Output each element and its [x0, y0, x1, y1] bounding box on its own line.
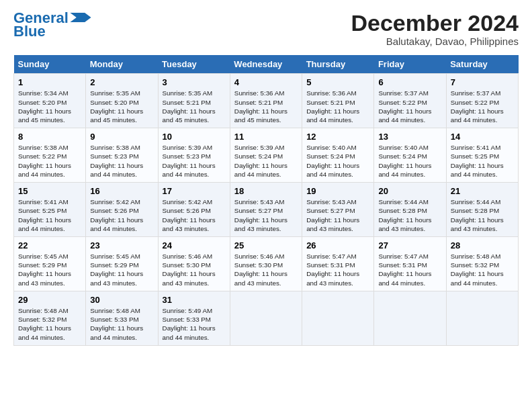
day-info: Sunrise: 5:44 AM Sunset: 5:28 PM Dayligh…	[378, 197, 441, 233]
calendar-cell	[230, 291, 302, 345]
calendar-cell: 12Sunrise: 5:40 AM Sunset: 5:24 PM Dayli…	[302, 128, 374, 183]
calendar-cell: 17Sunrise: 5:42 AM Sunset: 5:26 PM Dayli…	[158, 183, 230, 237]
calendar-cell: 4Sunrise: 5:36 AM Sunset: 5:21 PM Daylig…	[230, 74, 302, 128]
calendar-cell: 26Sunrise: 5:47 AM Sunset: 5:31 PM Dayli…	[302, 237, 374, 291]
day-info: Sunrise: 5:36 AM Sunset: 5:21 PM Dayligh…	[234, 89, 298, 124]
day-number: 10	[163, 132, 226, 142]
header-thursday: Thursday	[302, 55, 374, 74]
day-info: Sunrise: 5:46 AM Sunset: 5:30 PM Dayligh…	[163, 252, 226, 287]
day-info: Sunrise: 5:48 AM Sunset: 5:33 PM Dayligh…	[90, 306, 153, 342]
header: General Blue December 2024 Balutakay, Da…	[13, 11, 519, 47]
calendar-cell: 19Sunrise: 5:43 AM Sunset: 5:27 PM Dayli…	[302, 183, 374, 237]
calendar-cell: 6Sunrise: 5:37 AM Sunset: 5:22 PM Daylig…	[374, 74, 446, 128]
day-number: 8	[18, 132, 81, 142]
day-number: 13	[378, 132, 441, 142]
calendar-cell: 9Sunrise: 5:38 AM Sunset: 5:23 PM Daylig…	[86, 128, 158, 183]
day-info: Sunrise: 5:39 AM Sunset: 5:24 PM Dayligh…	[234, 143, 298, 179]
header-wednesday: Wednesday	[230, 55, 302, 74]
day-number: 11	[234, 132, 298, 142]
calendar-cell: 29Sunrise: 5:48 AM Sunset: 5:32 PM Dayli…	[14, 291, 86, 345]
day-info: Sunrise: 5:37 AM Sunset: 5:22 PM Dayligh…	[451, 89, 514, 124]
day-number: 17	[163, 186, 226, 196]
day-number: 26	[306, 240, 369, 250]
calendar-cell: 27Sunrise: 5:47 AM Sunset: 5:31 PM Dayli…	[374, 237, 446, 291]
day-info: Sunrise: 5:48 AM Sunset: 5:32 PM Dayligh…	[451, 252, 514, 287]
day-number: 27	[378, 240, 441, 250]
calendar-week-2: 8Sunrise: 5:38 AM Sunset: 5:22 PM Daylig…	[14, 128, 519, 183]
calendar-cell: 10Sunrise: 5:39 AM Sunset: 5:23 PM Dayli…	[158, 128, 230, 183]
logo-blue: Blue	[13, 24, 46, 39]
logo-icon	[70, 13, 91, 22]
calendar-cell: 23Sunrise: 5:45 AM Sunset: 5:29 PM Dayli…	[86, 237, 158, 291]
calendar-header-row: SundayMondayTuesdayWednesdayThursdayFrid…	[14, 55, 519, 74]
header-friday: Friday	[374, 55, 446, 74]
day-info: Sunrise: 5:42 AM Sunset: 5:26 PM Dayligh…	[90, 197, 153, 233]
day-info: Sunrise: 5:46 AM Sunset: 5:30 PM Dayligh…	[234, 252, 298, 287]
calendar-cell: 21Sunrise: 5:44 AM Sunset: 5:28 PM Dayli…	[446, 183, 518, 237]
calendar-cell: 15Sunrise: 5:41 AM Sunset: 5:25 PM Dayli…	[14, 183, 86, 237]
day-number: 2	[90, 77, 153, 87]
day-number: 23	[90, 240, 153, 250]
day-info: Sunrise: 5:44 AM Sunset: 5:28 PM Dayligh…	[451, 197, 514, 233]
calendar-cell: 11Sunrise: 5:39 AM Sunset: 5:24 PM Dayli…	[230, 128, 302, 183]
day-info: Sunrise: 5:41 AM Sunset: 5:25 PM Dayligh…	[18, 197, 81, 233]
calendar-cell: 7Sunrise: 5:37 AM Sunset: 5:22 PM Daylig…	[446, 74, 518, 128]
day-info: Sunrise: 5:35 AM Sunset: 5:20 PM Dayligh…	[90, 89, 153, 124]
day-number: 7	[451, 77, 514, 87]
location: Balutakay, Davao, Philippines	[351, 36, 519, 47]
calendar-cell: 14Sunrise: 5:41 AM Sunset: 5:25 PM Dayli…	[446, 128, 518, 183]
calendar-cell: 5Sunrise: 5:36 AM Sunset: 5:21 PM Daylig…	[302, 74, 374, 128]
calendar-cell: 16Sunrise: 5:42 AM Sunset: 5:26 PM Dayli…	[86, 183, 158, 237]
day-info: Sunrise: 5:45 AM Sunset: 5:29 PM Dayligh…	[90, 252, 153, 287]
calendar-cell: 30Sunrise: 5:48 AM Sunset: 5:33 PM Dayli…	[86, 291, 158, 345]
day-info: Sunrise: 5:36 AM Sunset: 5:21 PM Dayligh…	[306, 89, 369, 124]
calendar-week-4: 22Sunrise: 5:45 AM Sunset: 5:29 PM Dayli…	[14, 237, 519, 291]
day-info: Sunrise: 5:43 AM Sunset: 5:27 PM Dayligh…	[234, 197, 298, 233]
month-title: December 2024	[351, 11, 519, 36]
day-number: 21	[451, 186, 514, 196]
day-number: 5	[306, 77, 369, 87]
day-number: 3	[163, 77, 226, 87]
day-info: Sunrise: 5:43 AM Sunset: 5:27 PM Dayligh…	[306, 197, 369, 233]
calendar-week-1: 1Sunrise: 5:34 AM Sunset: 5:20 PM Daylig…	[14, 74, 519, 128]
day-number: 9	[90, 132, 153, 142]
day-info: Sunrise: 5:45 AM Sunset: 5:29 PM Dayligh…	[18, 252, 81, 287]
header-saturday: Saturday	[446, 55, 518, 74]
day-info: Sunrise: 5:38 AM Sunset: 5:23 PM Dayligh…	[90, 143, 153, 179]
calendar-week-3: 15Sunrise: 5:41 AM Sunset: 5:25 PM Dayli…	[14, 183, 519, 237]
calendar-cell: 24Sunrise: 5:46 AM Sunset: 5:30 PM Dayli…	[158, 237, 230, 291]
day-info: Sunrise: 5:39 AM Sunset: 5:23 PM Dayligh…	[163, 143, 226, 179]
day-number: 25	[234, 240, 298, 250]
day-number: 1	[18, 77, 81, 87]
day-number: 24	[163, 240, 226, 250]
calendar-week-5: 29Sunrise: 5:48 AM Sunset: 5:32 PM Dayli…	[14, 291, 519, 345]
svg-marker-0	[70, 13, 91, 22]
day-info: Sunrise: 5:41 AM Sunset: 5:25 PM Dayligh…	[451, 143, 514, 179]
calendar-cell: 1Sunrise: 5:34 AM Sunset: 5:20 PM Daylig…	[14, 74, 86, 128]
day-number: 20	[378, 186, 441, 196]
day-info: Sunrise: 5:34 AM Sunset: 5:20 PM Dayligh…	[18, 89, 81, 124]
day-number: 31	[163, 295, 226, 305]
day-number: 19	[306, 186, 369, 196]
day-number: 6	[378, 77, 441, 87]
day-number: 29	[18, 295, 81, 305]
calendar-cell: 2Sunrise: 5:35 AM Sunset: 5:20 PM Daylig…	[86, 74, 158, 128]
calendar-cell: 31Sunrise: 5:49 AM Sunset: 5:33 PM Dayli…	[158, 291, 230, 345]
calendar-cell: 3Sunrise: 5:35 AM Sunset: 5:21 PM Daylig…	[158, 74, 230, 128]
title-area: December 2024 Balutakay, Davao, Philippi…	[351, 11, 519, 47]
header-tuesday: Tuesday	[158, 55, 230, 74]
logo: General Blue	[13, 11, 91, 39]
day-info: Sunrise: 5:49 AM Sunset: 5:33 PM Dayligh…	[163, 306, 226, 342]
day-number: 28	[451, 240, 514, 250]
calendar-cell: 22Sunrise: 5:45 AM Sunset: 5:29 PM Dayli…	[14, 237, 86, 291]
day-info: Sunrise: 5:40 AM Sunset: 5:24 PM Dayligh…	[378, 143, 441, 179]
day-info: Sunrise: 5:38 AM Sunset: 5:22 PM Dayligh…	[18, 143, 81, 179]
day-info: Sunrise: 5:37 AM Sunset: 5:22 PM Dayligh…	[378, 89, 441, 124]
header-monday: Monday	[86, 55, 158, 74]
calendar-cell	[374, 291, 446, 345]
day-number: 18	[234, 186, 298, 196]
calendar-cell	[302, 291, 374, 345]
day-number: 4	[234, 77, 298, 87]
day-number: 22	[18, 240, 81, 250]
calendar-cell: 8Sunrise: 5:38 AM Sunset: 5:22 PM Daylig…	[14, 128, 86, 183]
